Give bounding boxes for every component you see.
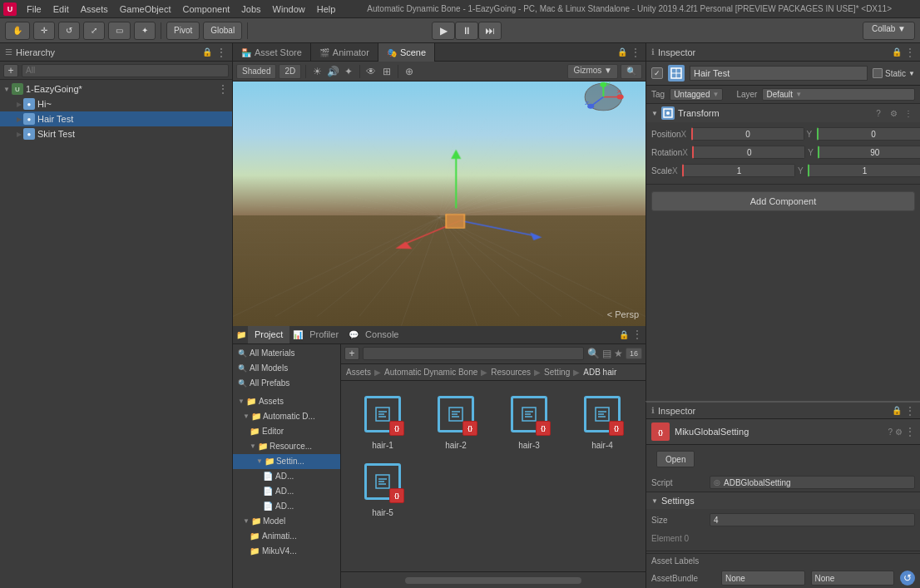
file-item-hair2[interactable]: {} hair-2 — [423, 389, 489, 450]
proj-ad1[interactable]: 📄 AD... — [233, 469, 340, 484]
menu-assets[interactable]: Assets — [76, 2, 113, 16]
hier-item-eazygoing[interactable]: ▼ U 1-EazyGoing* ⋮ — [0, 82, 232, 96]
object-active-checkbox[interactable] — [651, 67, 663, 79]
tab-console[interactable]: Console — [359, 325, 405, 343]
transform-settings-icon[interactable]: ⚙ — [887, 106, 900, 120]
inspector-bottom-menu-icon[interactable]: ⋮ — [905, 405, 915, 417]
inspector-top-lock-icon[interactable]: 🔒 — [892, 47, 902, 57]
proj-all-prefabs[interactable]: 🔍 All Prefabs — [233, 376, 340, 391]
project-add-btn[interactable]: + — [344, 347, 359, 360]
transform-more-icon[interactable]: ⋮ — [902, 106, 915, 120]
scene-tab-lock-icon[interactable]: 🔒 — [617, 47, 627, 57]
proj-mikuv4[interactable]: 📁 MikuV4... — [233, 544, 340, 559]
pivot-btn[interactable]: Pivot — [166, 22, 200, 40]
proj-editor[interactable]: 📁 Editor — [233, 424, 340, 439]
file-item-hair3[interactable]: {} hair-3 — [496, 389, 562, 450]
menu-file[interactable]: File — [22, 2, 47, 16]
scale-x-input[interactable] — [682, 164, 795, 177]
tab-project[interactable]: Project — [248, 325, 289, 343]
hier-menu-eazygoing[interactable]: ⋮ — [217, 82, 229, 96]
scene-light-icon[interactable]: ☀ — [310, 65, 324, 78]
hierarchy-search-input[interactable] — [22, 64, 229, 77]
inspector2-more-icon[interactable]: ⋮ — [905, 426, 915, 437]
inspector2-settings-icon[interactable]: ⚙ — [895, 427, 903, 437]
scale-tool-btn[interactable]: ⤢ — [83, 22, 105, 40]
step-btn[interactable]: ⏭ — [478, 22, 502, 40]
hierarchy-add-btn[interactable]: + — [3, 64, 18, 77]
move-tool-btn[interactable]: ✛ — [33, 22, 55, 40]
pause-btn[interactable]: ⏸ — [455, 22, 478, 40]
add-component-btn[interactable]: Add Component — [651, 191, 915, 211]
tab-asset-store[interactable]: 🏪 Asset Store — [233, 43, 311, 62]
scene-nav-icon[interactable]: ⊕ — [403, 65, 416, 78]
proj-ad2[interactable]: 📄 AD... — [233, 484, 340, 499]
menu-help[interactable]: Help — [312, 2, 341, 16]
scene-search-btn[interactable]: 🔍 — [621, 64, 642, 79]
proj-model[interactable]: ▼ 📁 Model — [233, 514, 340, 529]
asset-bundle-refresh-icon[interactable]: ↺ — [900, 571, 915, 586]
bottom-lock-icon[interactable]: 🔒 — [619, 330, 629, 339]
transform-help-icon[interactable]: ? — [872, 106, 885, 120]
static-checkbox[interactable] — [873, 68, 883, 78]
size-input[interactable] — [710, 513, 915, 526]
rect-tool-btn[interactable]: ▭ — [108, 22, 131, 40]
tab-scene[interactable]: 🎭 Scene — [378, 43, 435, 62]
asset-bundle-dropdown1[interactable]: None — [721, 571, 805, 586]
scene-grid-icon[interactable]: ⊞ — [380, 65, 393, 78]
transform-header[interactable]: ▼ Transform ? ⚙ ⋮ — [646, 104, 920, 122]
file-item-hair4[interactable]: {} hair-4 — [569, 389, 636, 450]
bread-assets[interactable]: Assets — [346, 368, 371, 377]
proj-all-models[interactable]: 🔍 All Models — [233, 361, 340, 376]
bread-resources[interactable]: Resources — [491, 368, 531, 377]
bread-auto[interactable]: Automatic Dynamic Bone — [384, 368, 477, 377]
asset-bundle-dropdown2[interactable]: None — [811, 571, 895, 586]
bottom-menu-icon[interactable]: ⋮ — [632, 329, 642, 340]
scene-audio-icon[interactable]: 🔊 — [326, 65, 339, 78]
object-name-input[interactable] — [690, 66, 868, 81]
project-scrollbar[interactable] — [341, 571, 645, 588]
hierarchy-lock-icon[interactable]: 🔒 — [202, 47, 212, 57]
file-item-hair5[interactable]: {} hair-5 — [349, 457, 416, 517]
tab-profiler[interactable]: Profiler — [303, 325, 345, 343]
menu-edit[interactable]: Edit — [48, 2, 74, 16]
proj-animations[interactable]: 📁 Animati... — [233, 529, 340, 544]
inspector-bottom-lock-icon[interactable]: 🔒 — [892, 406, 902, 415]
rotation-x-input[interactable] — [692, 146, 805, 159]
hier-item-hi[interactable]: ▶ ● Hi~ — [0, 96, 232, 111]
inspector2-help-icon[interactable]: ? — [888, 427, 893, 437]
hier-item-hairtest[interactable]: ▶ ● Hair Test — [0, 111, 232, 126]
proj-automatic[interactable]: ▼ 📁 Automatic D... — [233, 409, 340, 424]
proj-search-icon[interactable]: 🔍 — [587, 348, 600, 359]
transform-tool-btn[interactable]: ✦ — [134, 22, 156, 40]
menu-window[interactable]: Window — [268, 2, 310, 16]
scene-view[interactable]: X Y Z < Persp — [233, 82, 645, 326]
proj-resources[interactable]: ▼ 📁 Resource... — [233, 439, 340, 454]
tab-animator[interactable]: 🎬 Animator — [311, 43, 378, 62]
gizmos-btn[interactable]: Gizmos ▼ — [567, 64, 618, 79]
rotate-tool-btn[interactable]: ↺ — [58, 22, 80, 40]
proj-star-icon[interactable]: ★ — [614, 348, 623, 359]
menu-jobs[interactable]: Jobs — [236, 2, 265, 16]
menu-component[interactable]: Component — [177, 2, 235, 16]
global-btn[interactable]: Global — [203, 22, 242, 40]
proj-assets[interactable]: ▼ 📁 Assets — [233, 394, 340, 409]
bread-setting[interactable]: Setting — [544, 368, 570, 377]
hierarchy-menu-icon[interactable]: ⋮ — [215, 46, 227, 59]
static-dropdown-arrow[interactable]: ▼ — [908, 70, 915, 77]
scale-y-input[interactable] — [808, 164, 920, 177]
scene-vis-icon[interactable]: 👁 — [364, 65, 378, 78]
scene-fx-icon[interactable]: ✦ — [342, 65, 355, 78]
proj-filter-icon[interactable]: ▤ — [602, 348, 611, 359]
collab-btn[interactable]: Collab ▼ — [863, 22, 915, 40]
open-btn[interactable]: Open — [656, 451, 695, 467]
hand-tool-btn[interactable]: ✋ — [5, 22, 30, 40]
layer-dropdown[interactable]: Default ▼ — [762, 88, 915, 101]
twod-btn[interactable]: 2D — [279, 64, 301, 79]
bread-adbhair[interactable]: ADB hair — [583, 368, 616, 377]
inspector-top-menu-icon[interactable]: ⋮ — [905, 47, 915, 58]
project-search-input[interactable] — [363, 347, 584, 360]
play-btn[interactable]: ▶ — [432, 22, 455, 40]
tag-dropdown[interactable]: Untagged ▼ — [670, 88, 723, 101]
proj-setting[interactable]: ▼ 📁 Settin... — [233, 454, 340, 469]
file-item-hair1[interactable]: {} hair-1 — [349, 389, 416, 450]
